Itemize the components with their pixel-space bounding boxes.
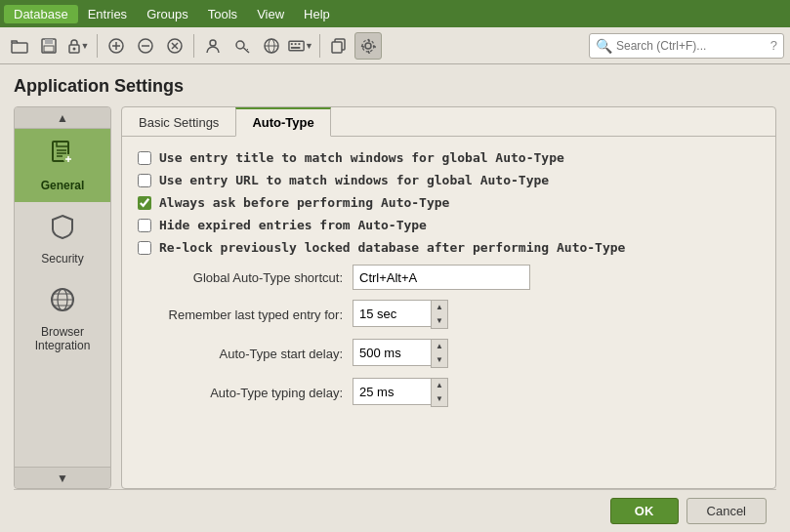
start-delay-spinbox: ▲ ▼ — [353, 339, 448, 368]
use-entry-url-checkbox[interactable] — [138, 174, 151, 187]
delete-entry-btn[interactable] — [161, 32, 188, 60]
gear-btn[interactable] — [354, 32, 382, 60]
ok-button[interactable]: OK — [610, 498, 679, 524]
tab-basic-settings[interactable]: Basic Settings — [122, 107, 235, 137]
menu-tools[interactable]: Tools — [198, 5, 247, 23]
add-entry-btn[interactable] — [103, 32, 130, 60]
always-ask-checkbox[interactable] — [138, 196, 151, 210]
use-entry-url-label: Use entry URL to match windows for globa… — [159, 173, 549, 187]
remember-spin-down[interactable]: ▼ — [432, 314, 447, 328]
remember-label: Remember last typed entry for: — [138, 307, 353, 322]
document-icon — [48, 139, 77, 175]
start-delay-spin-up[interactable]: ▲ — [432, 340, 447, 353]
typing-delay-input[interactable] — [353, 378, 431, 405]
shortcut-input-wrap — [353, 265, 530, 290]
shortcut-input[interactable] — [353, 265, 530, 290]
sidebar-scroll-up[interactable]: ▲ — [15, 107, 110, 129]
search-input[interactable] — [616, 39, 768, 53]
copy-btn[interactable] — [325, 32, 353, 60]
start-delay-spinbox-btns: ▲ ▼ — [431, 339, 448, 368]
svg-rect-23 — [295, 43, 297, 45]
shield-icon — [48, 212, 77, 248]
remember-spin-up[interactable]: ▲ — [432, 301, 447, 314]
separator1 — [97, 34, 98, 58]
toolbar: ▼ ▼ 🔍 ? — [0, 27, 790, 64]
tabs: Basic Settings Auto-Type — [122, 107, 775, 137]
separator2 — [193, 34, 194, 58]
always-ask-label: Always ask before performing Auto-Type — [159, 195, 449, 210]
sidebar-item-security[interactable]: Security — [15, 202, 110, 275]
svg-rect-21 — [289, 41, 304, 50]
svg-point-28 — [365, 43, 371, 49]
relock-label: Re-lock previously locked database after… — [159, 240, 625, 255]
key-btn[interactable] — [229, 32, 256, 60]
typing-delay-spinbox-btns: ▲ ▼ — [431, 378, 448, 407]
menubar: Database Entries Groups Tools View Help — [0, 0, 790, 27]
menu-groups[interactable]: Groups — [137, 5, 198, 23]
svg-point-14 — [210, 40, 216, 46]
svg-rect-25 — [291, 46, 300, 48]
keyboard-btn[interactable]: ▼ — [287, 32, 314, 60]
hide-expired-label: Hide expired entries from Auto-Type — [159, 218, 427, 232]
checkbox-row-5: Re-lock previously locked database after… — [138, 240, 760, 255]
sidebar-item-browser-label: Browser Integration — [35, 325, 91, 352]
sidebar-item-security-label: Security — [41, 252, 83, 266]
use-entry-title-label: Use entry title to match windows for glo… — [159, 150, 564, 165]
typing-delay-spin-up[interactable]: ▲ — [432, 379, 447, 392]
menu-database[interactable]: Database — [4, 5, 78, 23]
hide-expired-checkbox[interactable] — [138, 219, 151, 232]
use-entry-title-checkbox[interactable] — [138, 151, 151, 165]
person-btn[interactable] — [199, 32, 227, 60]
checkbox-row-3: Always ask before performing Auto-Type — [138, 195, 760, 210]
main-area: Application Settings ▲ — [0, 64, 790, 532]
save-btn[interactable] — [35, 32, 62, 60]
autotype-tab-content: Use entry title to match windows for glo… — [122, 137, 775, 430]
svg-rect-2 — [45, 39, 53, 44]
start-delay-row: Auto-Type start delay: ▲ ▼ — [138, 339, 760, 368]
shortcut-row: Global Auto-Type shortcut: — [138, 265, 760, 290]
search-icon: 🔍 — [596, 38, 612, 54]
typing-delay-label: Auto-Type typing delay: — [138, 386, 353, 400]
svg-point-29 — [362, 40, 374, 52]
svg-rect-24 — [298, 43, 300, 45]
remember-input[interactable] — [353, 300, 431, 327]
no-entry-btn[interactable] — [132, 32, 159, 60]
search-help-btn[interactable]: ? — [770, 38, 777, 53]
settings-panel: Basic Settings Auto-Type Use entry title… — [121, 106, 776, 489]
checkbox-row-4: Hide expired entries from Auto-Type — [138, 218, 760, 232]
menu-view[interactable]: View — [247, 5, 294, 23]
checkbox-row-2: Use entry URL to match windows for globa… — [138, 173, 760, 187]
remember-spinbox: ▲ ▼ — [353, 300, 448, 329]
page-title: Application Settings — [14, 76, 776, 97]
svg-point-5 — [72, 47, 75, 50]
browser-icon — [48, 285, 77, 321]
sidebar-scroll-down[interactable]: ▼ — [15, 467, 110, 488]
svg-point-15 — [236, 41, 244, 49]
typing-delay-spin-down[interactable]: ▼ — [432, 392, 447, 406]
start-delay-input[interactable] — [353, 339, 431, 366]
svg-rect-27 — [332, 42, 342, 53]
sidebar: ▲ General — [14, 106, 111, 489]
tab-auto-type[interactable]: Auto-Type — [235, 107, 330, 137]
typing-delay-spinbox: ▲ ▼ — [353, 378, 448, 407]
typing-delay-row: Auto-Type typing delay: ▲ ▼ — [138, 378, 760, 407]
sidebar-item-browser[interactable]: Browser Integration — [15, 275, 110, 362]
sidebar-item-general[interactable]: General — [15, 129, 110, 202]
remember-spinbox-btns: ▲ ▼ — [431, 300, 448, 329]
start-delay-spin-down[interactable]: ▼ — [432, 353, 447, 367]
menu-help[interactable]: Help — [294, 5, 340, 23]
open-folder-btn[interactable] — [6, 32, 33, 60]
sidebar-item-general-label: General — [41, 179, 85, 192]
relock-checkbox[interactable] — [138, 241, 151, 255]
search-box: 🔍 ? — [589, 33, 784, 59]
globe-btn[interactable] — [258, 32, 285, 60]
svg-rect-3 — [44, 46, 54, 52]
shortcut-label: Global Auto-Type shortcut: — [138, 270, 353, 285]
menu-entries[interactable]: Entries — [78, 5, 137, 23]
lock-btn[interactable]: ▼ — [64, 32, 92, 60]
checkbox-row-1: Use entry title to match windows for glo… — [138, 150, 760, 165]
content-area: ▲ General — [14, 106, 776, 489]
start-delay-label: Auto-Type start delay: — [138, 347, 353, 361]
cancel-button[interactable]: Cancel — [686, 498, 767, 524]
separator3 — [319, 34, 320, 58]
